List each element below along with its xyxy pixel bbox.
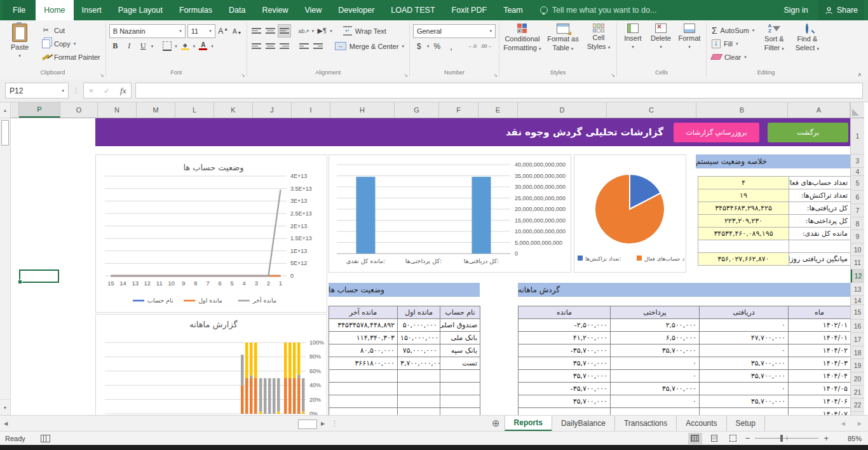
column-header-P[interactable]: P [19, 102, 60, 118]
row-header-7[interactable]: 7 [851, 204, 864, 217]
column-header-D[interactable]: D [518, 102, 607, 118]
orientation-dropdown[interactable]: ▾ [312, 29, 315, 34]
scroll-up-arrow[interactable]: ▲ [0, 102, 10, 118]
row-header-5[interactable]: 5 [851, 176, 864, 191]
clipboard-dialog-launcher[interactable]: ↘ [100, 72, 104, 78]
alignment-dialog-launcher[interactable]: ↘ [403, 72, 408, 78]
column-header-M[interactable]: M [137, 102, 175, 118]
totals-bar-chart[interactable]: 05,000,000,000,00010,000,000,000,00015,0… [329, 154, 571, 273]
enter-formula-button[interactable]: ✓ [104, 86, 110, 95]
row-header-16[interactable]: 16 [851, 320, 864, 333]
counts-pie-chart[interactable]: تعداد تراکنش‌ها:تعداد حساب‌های فعال: [574, 154, 686, 273]
column-header-I[interactable]: I [292, 102, 330, 118]
scroll-left-arrow[interactable]: ◀ [1, 421, 10, 426]
underline-dropdown[interactable]: ▾ [151, 44, 154, 49]
format-painter-button[interactable]: Format Painter [39, 50, 102, 64]
column-header-N[interactable]: N [98, 102, 137, 118]
zoom-percentage[interactable]: 85% [848, 435, 862, 442]
sheet-tab-scroll-left[interactable]: ◀ [835, 416, 851, 431]
column-header-H[interactable]: H [330, 102, 395, 118]
ribbon-tab-team[interactable]: Team [495, 0, 531, 20]
styles-dialog-launcher[interactable]: ↘ [611, 72, 615, 78]
sheet-tab-reports[interactable]: Reports [505, 416, 552, 431]
underline-button[interactable]: U [137, 40, 149, 52]
paste-dropdown[interactable]: ▾ [18, 52, 21, 60]
format-cells-button[interactable]: Format▾ [676, 22, 703, 51]
bottom-align-button[interactable] [278, 25, 290, 37]
share-button[interactable]: Share [818, 0, 864, 20]
column-header-L[interactable]: L [175, 102, 214, 118]
text-direction-button[interactable]: ▶¶ [316, 25, 328, 37]
page-layout-view-button[interactable] [707, 433, 721, 444]
scroll-right-arrow[interactable]: ▶ [318, 421, 327, 426]
row-header-17[interactable]: 17 [851, 333, 864, 346]
row-header-11[interactable]: 11 [851, 256, 864, 269]
fill-color-button[interactable]: ◆ [179, 40, 191, 52]
sheet-tab-scroll-right[interactable]: ▶ [851, 416, 868, 431]
increase-font-size-button[interactable]: A▲ [217, 25, 229, 38]
conditional-formatting-button[interactable]: ≠ Conditional Formatting ▾ [503, 22, 542, 53]
insert-function-button[interactable]: fx [120, 86, 126, 96]
ribbon-tab-data[interactable]: Data [220, 0, 254, 20]
row-header-4[interactable]: 4 [851, 168, 864, 176]
column-header-K[interactable]: K [214, 102, 253, 118]
percent-style-button[interactable]: % [431, 40, 443, 52]
font-color-button[interactable]: A [197, 40, 209, 52]
ribbon-tab-file[interactable]: File [3, 0, 36, 20]
number-format-select[interactable]: General▾ [413, 24, 496, 38]
column-header-C[interactable]: C [607, 102, 696, 118]
row-header-21[interactable]: 21 [851, 386, 864, 399]
font-dialog-launcher[interactable]: ↘ [241, 72, 245, 78]
column-header-F[interactable]: F [439, 102, 478, 118]
cell-styles-button[interactable]: Cell Styles ▾ [584, 22, 613, 51]
borders-button[interactable] [161, 40, 173, 52]
decrease-font-size-button[interactable]: A▼ [231, 25, 243, 38]
increase-indent-button[interactable] [312, 40, 324, 52]
ribbon-tab-page-layout[interactable]: Page Layout [110, 0, 171, 20]
name-box-dropdown[interactable]: ▾ [62, 88, 64, 93]
row-header-9[interactable]: 9 [851, 230, 864, 243]
top-align-button[interactable] [250, 25, 262, 37]
scroll-down-arrow[interactable]: ▼ [0, 399, 10, 415]
ribbon-tab-home[interactable]: Home [36, 0, 73, 20]
normal-view-button[interactable] [688, 433, 702, 444]
cut-button[interactable]: ✂Cut [39, 24, 102, 37]
accounting-format-dropdown[interactable]: ▾ [427, 44, 430, 49]
text-direction-dropdown[interactable]: ▾ [330, 29, 332, 34]
column-header-E[interactable]: E [478, 102, 518, 118]
borders-dropdown[interactable]: ▾ [175, 44, 177, 49]
middle-align-button[interactable] [264, 25, 276, 37]
new-sheet-button[interactable]: ⊕ [487, 416, 505, 431]
collapse-ribbon-button[interactable]: ∧ [857, 71, 862, 78]
sheet-tab-setup[interactable]: Setup [726, 416, 765, 431]
column-header-A[interactable]: A [788, 102, 850, 118]
merge-center-button[interactable]: ↔Merge & Center ▾ [333, 39, 406, 53]
page-break-view-button[interactable] [726, 433, 740, 444]
sheet-tab-transactions[interactable]: Transactions [614, 416, 677, 431]
zoom-in-button[interactable]: + [824, 433, 829, 443]
ribbon-tab-review[interactable]: Review [254, 0, 296, 20]
vertical-scrollbar[interactable]: ▲ ▼ [0, 102, 11, 415]
decrease-decimal-button[interactable]: .00→ [480, 40, 492, 52]
font-size-select[interactable]: 11▾ [187, 24, 215, 38]
row-header-1[interactable]: 1 [851, 118, 864, 154]
ribbon-tab-insert[interactable]: Insert [74, 0, 110, 20]
selected-cell-outline[interactable] [19, 269, 59, 283]
formula-input[interactable] [135, 83, 863, 99]
clear-button[interactable]: Clear ▾ [710, 50, 756, 64]
sheet-tab-accounts[interactable]: Accounts [676, 416, 726, 431]
row-header-20[interactable]: 20 [851, 372, 864, 386]
find-select-button[interactable]: Find & Select ▾ [792, 22, 822, 53]
font-color-dropdown[interactable]: ▾ [211, 44, 214, 49]
horizontal-scrollbar[interactable]: ◀ ▶ [0, 416, 327, 431]
row-header-22[interactable]: 22 [851, 399, 864, 412]
italic-button[interactable]: I [123, 40, 135, 52]
name-box[interactable]: P12 ▾ [5, 83, 69, 99]
update-reports-button[interactable]: بروزرساني گزارشات [674, 123, 759, 142]
column-header-B[interactable]: B [696, 102, 788, 118]
fill-color-dropdown[interactable]: ▾ [193, 44, 196, 49]
sign-in-link[interactable]: Sign in [783, 6, 808, 15]
row-header-19[interactable]: 19 [851, 359, 864, 372]
row-header-6[interactable]: 6 [851, 191, 864, 204]
accounts-line-chart[interactable]: وضعیت حساب ها05E+121E+131.5E+132E+132.5E… [95, 154, 327, 313]
